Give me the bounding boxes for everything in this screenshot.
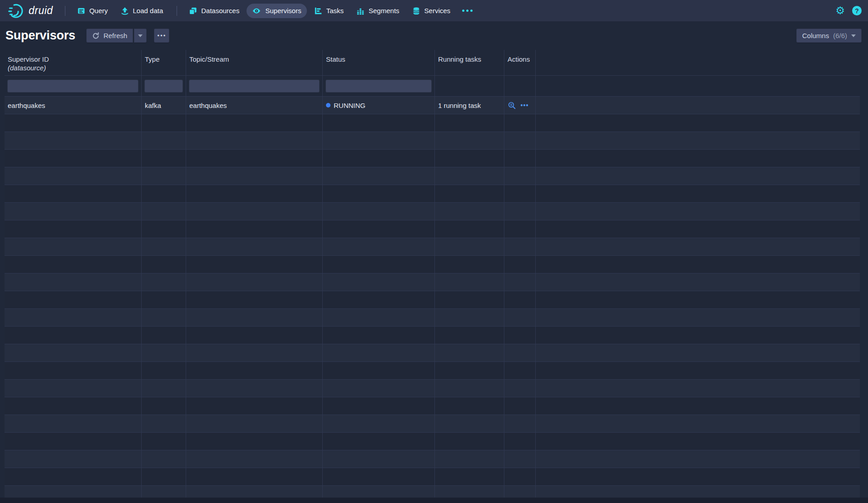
column-header-spacer [536,50,860,75]
table-row-empty [5,256,860,273]
filter-input-status[interactable] [326,79,432,93]
nav-item-label: Services [424,7,451,15]
table-row-empty [5,203,860,220]
table-row-empty [5,397,860,415]
nav-divider [177,6,177,16]
ellipsis-icon: ••• [158,32,167,39]
page-title: Supervisors [5,29,75,43]
segments-icon [356,7,365,15]
nav-item-tasks[interactable]: Tasks [309,4,349,18]
table-row-empty [5,468,860,486]
filter-input-supervisor-id[interactable] [7,79,138,93]
table-row-empty [5,291,860,309]
column-header-supervisor-id[interactable]: Supervisor ID (datasource) [5,50,142,75]
table-row-empty [5,309,860,327]
table-row-empty [5,450,860,468]
column-header-running-tasks[interactable]: Running tasks [435,50,504,75]
nav-item-segments[interactable]: Segments [351,4,405,18]
empty-rows-container [5,114,860,503]
page-header: Supervisors Refresh ••• Columns (6/6) [0,21,868,50]
cell-running-tasks: 1 running task [435,97,504,114]
chevron-down-icon [851,34,856,37]
refresh-label: Refresh [104,32,128,39]
nav-item-label: Load data [133,7,163,15]
dot-icon [466,10,469,12]
table-row-empty [5,415,860,433]
nav-item-label: Segments [369,7,399,15]
logo-wordmark: druid [29,5,53,17]
table-row-empty [5,380,860,397]
nav-item-datasources[interactable]: Datasources [183,4,245,18]
refresh-button[interactable]: Refresh [86,29,133,43]
table-row-earthquakes[interactable]: earthquakes kafka earthquakes RUNNING 1 … [5,97,860,114]
dot-icon [462,10,464,12]
cell-actions [504,97,536,114]
columns-dropdown[interactable]: Columns (6/6) [796,29,862,43]
table-row-empty [5,273,860,291]
table-row-empty [5,150,860,167]
refresh-interval-dropdown[interactable] [134,29,147,43]
eye-icon [252,6,261,15]
nav-item-label: Tasks [326,7,344,15]
cell-type: kafka [142,97,186,114]
table-row-empty [5,167,860,185]
druid-logo-icon [8,2,25,20]
column-header-status[interactable]: Status [323,50,435,75]
table-filter-row [5,76,860,97]
row-more-actions-icon[interactable] [520,104,528,107]
cell-topic-stream: earthquakes [186,97,323,114]
services-icon [412,7,420,15]
table-row-empty [5,433,860,450]
supervisors-table: Supervisor ID (datasource) Type Topic/St… [5,50,860,503]
table-row-empty [5,344,860,362]
table-row-empty [5,362,860,380]
table-row-empty [5,132,860,150]
chevron-down-icon [138,34,143,37]
top-nav-bar: druid Query Load data Datasources [0,0,868,21]
cell-status: RUNNING [323,97,435,114]
nav-item-label: Supervisors [265,7,301,15]
table-row-empty [5,114,860,132]
table-row-empty [5,220,860,238]
nav-more-button[interactable] [458,4,477,18]
status-running-dot [326,103,330,107]
nav-divider [65,6,65,16]
filter-input-topic-stream[interactable] [189,79,320,93]
table-row-empty [5,238,860,256]
column-header-actions[interactable]: Actions [504,50,536,75]
column-header-sublabel: (datasource) [8,63,138,72]
table-row-empty [5,327,860,344]
query-icon [77,7,85,15]
table-header-row: Supervisor ID (datasource) Type Topic/St… [5,50,860,76]
nav-item-supervisors[interactable]: Supervisors [247,4,306,18]
status-label: RUNNING [334,102,365,109]
column-header-type[interactable]: Type [142,50,186,75]
nav-item-query[interactable]: Query [72,4,113,18]
refresh-icon [92,32,99,39]
nav-item-services[interactable]: Services [407,4,456,18]
column-header-topic-stream[interactable]: Topic/Stream [186,50,323,75]
gear-icon[interactable]: ⚙ [835,5,845,16]
nav-item-load-data[interactable]: Load data [115,4,169,18]
magnifying-glass-icon[interactable] [508,101,516,110]
help-icon[interactable]: ? [852,6,862,15]
columns-count: (6/6) [833,32,847,39]
load-data-icon [121,7,129,15]
nav-item-label: Datasources [201,7,239,15]
horizontal-scrollbar[interactable] [0,498,868,503]
druid-logo[interactable]: druid [8,2,53,20]
tasks-icon [314,7,322,15]
more-actions-button[interactable]: ••• [154,29,169,43]
columns-label: Columns [802,32,829,39]
cell-supervisor-id: earthquakes [5,97,142,114]
datasources-icon [189,7,197,15]
nav-item-label: Query [89,7,108,15]
dot-icon [470,10,473,12]
table-row-empty [5,185,860,203]
filter-input-type[interactable] [144,79,183,93]
